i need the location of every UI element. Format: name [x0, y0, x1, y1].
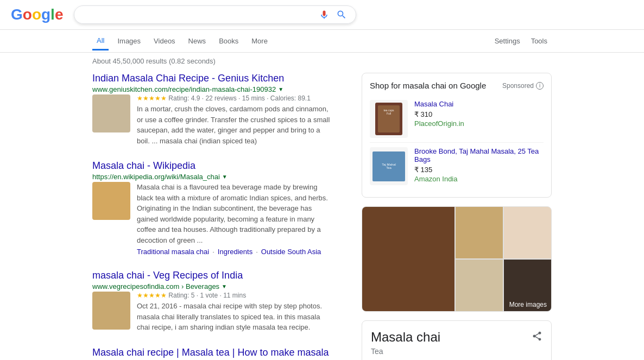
result-snippet: In a mortar, crush the cloves, cardamom … [137, 104, 334, 146]
result-title-link[interactable]: Masala chai - Wikipedia [92, 160, 334, 172]
more-images-label[interactable]: More images [505, 298, 551, 311]
main-image[interactable] [362, 207, 454, 311]
header: Google masala chai [0, 0, 644, 30]
search-svg [336, 9, 347, 20]
dropdown-arrow[interactable]: ▼ [222, 283, 227, 289]
tab-images[interactable]: Images [113, 33, 145, 49]
product-price: ₹ 135 [414, 166, 544, 174]
sponsored-header: Shop for masala chai on Google Sponsored… [370, 81, 544, 90]
microphone-icon[interactable] [319, 9, 330, 20]
product-price: ₹ 310 [414, 110, 464, 118]
result-title-link[interactable]: Masala chai recipe | Masala tea | How to… [92, 347, 334, 361]
result-item: Masala chai recipe | Masala tea | How to… [92, 347, 334, 361]
result-meta: ★★★★★ Rating: 5 · 1 vote · 11 mins [137, 292, 334, 299]
breadcrumb-links: Traditional masala chai · Ingredients · … [137, 248, 334, 256]
result-thumbnail [92, 292, 130, 330]
rating-text: Rating: 4.9 · 22 reviews · 15 mins · Cal… [168, 94, 311, 102]
result-item: Masala chai - Wikipedia https://en.wikip… [92, 160, 334, 256]
result-title-link[interactable]: masala chai - Veg Recipes of India [92, 270, 334, 281]
search-bar-container: masala chai [74, 5, 356, 24]
result-title-link[interactable]: Indian Masala Chai Recipe - Genius Kitch… [92, 73, 334, 84]
star-rating: ★★★★★ [137, 292, 167, 299]
sidebar-column: Shop for masala chai on Google Sponsored… [362, 73, 552, 360]
tab-all[interactable]: All [92, 32, 109, 50]
tab-videos[interactable]: Videos [149, 33, 180, 49]
knowledge-panel: Masala chai Tea Masala chai is a flavour… [362, 320, 552, 360]
result-content: ★★★★★ Rating: 5 · 1 vote · 11 mins Oct 2… [137, 292, 334, 333]
result-content: ★★★★★ Rating: 4.9 · 22 reviews · 15 mins… [137, 94, 334, 146]
image-grid: More images [362, 207, 551, 311]
product-info: Masala Chai ₹ 310 PlaceofOrigin.in [414, 100, 464, 138]
dropdown-arrow[interactable]: ▼ [222, 174, 228, 180]
main-layout: Indian Masala Chai Recipe - Genius Kitch… [0, 70, 644, 360]
product-seller[interactable]: PlaceofOrigin.in [414, 119, 464, 128]
share-icon[interactable] [532, 331, 542, 344]
result-url: https://en.wikipedia.org/wiki/Masala_cha… [92, 173, 220, 181]
kp-subtitle: Tea [371, 347, 542, 356]
result-body: Masala chai is a flavoured tea beverage … [92, 182, 334, 256]
sponsored-section: Shop for masala chai on Google Sponsored… [362, 73, 552, 198]
result-item: masala chai - Veg Recipes of India www.v… [92, 270, 334, 333]
tab-news[interactable]: News [184, 33, 211, 49]
result-snippet: Oct 21, 2016 - masala chai recipe with s… [137, 301, 334, 333]
nav-tabs: All Images Videos News Books More Settin… [0, 30, 644, 53]
sponsored-title: Shop for masala chai on Google [370, 81, 486, 90]
image-cell[interactable] [504, 207, 551, 258]
result-stats: About 45,50,000 results (0.82 seconds) [0, 53, 644, 70]
sponsored-label: Sponsored [502, 82, 534, 90]
product-seller[interactable]: Amazon India [414, 175, 544, 183]
kp-title-row: Masala chai [371, 330, 542, 345]
product-image[interactable]: Taj MahalTea [370, 147, 408, 185]
settings-link[interactable]: Settings [490, 33, 525, 49]
breadcrumb-sep: · [212, 248, 214, 256]
result-url-row: www.vegrecipesofindia.com › Beverages ▼ [92, 282, 334, 290]
result-thumbnail [92, 94, 130, 132]
result-url-row: www.geniuskitchen.com/recipe/indian-masa… [92, 85, 334, 93]
mic-svg [319, 9, 330, 20]
breadcrumb-link[interactable]: Outside South Asia [261, 248, 321, 256]
info-icon[interactable]: i [536, 82, 544, 90]
more-images-cell[interactable]: More images [504, 260, 551, 311]
image-cell[interactable] [456, 260, 503, 311]
breadcrumb-sep: · [256, 248, 258, 256]
results-column: Indian Masala Chai Recipe - Genius Kitch… [92, 73, 334, 360]
result-thumbnail [92, 182, 130, 220]
product-name[interactable]: Masala Chai [414, 100, 464, 108]
breadcrumb-link[interactable]: Traditional masala chai [137, 248, 209, 256]
result-content: Masala chai is a flavoured tea beverage … [137, 182, 334, 256]
result-body: ★★★★★ Rating: 5 · 1 vote · 11 mins Oct 2… [92, 292, 334, 333]
result-item: Indian Masala Chai Recipe - Genius Kitch… [92, 73, 334, 146]
image-gallery: More images [362, 206, 552, 312]
tools-link[interactable]: Tools [527, 33, 552, 49]
product-name[interactable]: Brooke Bond, Taj Mahal Masala, 25 Tea Ba… [414, 147, 544, 163]
result-url-row: https://en.wikipedia.org/wiki/Masala_cha… [92, 173, 334, 181]
result-url: www.vegrecipesofindia.com › Beverages [92, 282, 219, 290]
kp-title: Masala chai [371, 330, 440, 345]
product-image[interactable]: tea cupsFull [370, 100, 408, 138]
google-logo[interactable]: Google [11, 6, 63, 23]
rating-text: Rating: 5 · 1 vote · 11 mins [168, 292, 246, 299]
result-url: www.geniuskitchen.com/recipe/indian-masa… [92, 85, 276, 93]
result-body: ★★★★★ Rating: 4.9 · 22 reviews · 15 mins… [92, 94, 334, 146]
dropdown-arrow[interactable]: ▼ [278, 86, 283, 92]
result-snippet: Masala chai is a flavoured tea beverage … [137, 182, 334, 245]
tab-books[interactable]: Books [214, 33, 243, 49]
product-item: tea cupsFull Masala Chai ₹ 310 PlaceofOr… [370, 96, 544, 143]
tab-more[interactable]: More [247, 33, 272, 49]
product-info: Brooke Bond, Taj Mahal Masala, 25 Tea Ba… [414, 147, 544, 185]
image-cell[interactable] [456, 207, 503, 258]
search-input[interactable]: masala chai [83, 10, 314, 20]
result-meta: ★★★★★ Rating: 4.9 · 22 reviews · 15 mins… [137, 94, 334, 102]
star-rating: ★★★★★ [137, 94, 167, 102]
sponsored-label-group: Sponsored i [502, 82, 544, 90]
breadcrumb-link[interactable]: Ingredients [218, 248, 252, 256]
search-icon[interactable] [336, 9, 347, 20]
share-svg [532, 331, 542, 342]
product-item: Taj MahalTea Brooke Bond, Taj Mahal Masa… [370, 143, 544, 190]
